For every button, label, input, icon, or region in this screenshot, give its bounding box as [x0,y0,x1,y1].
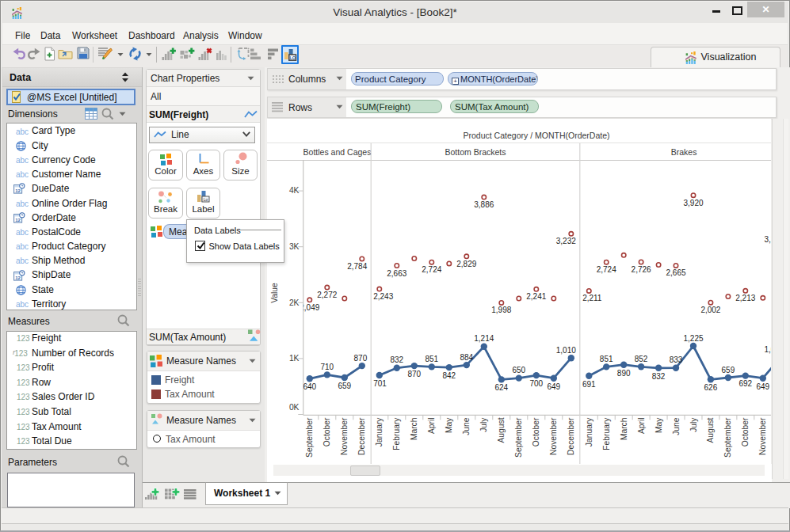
svg-text:August: August [497,417,506,443]
svg-text:October: October [532,417,540,446]
svg-text:659: 659 [722,366,735,374]
svg-text:Bottom Brackets: Bottom Brackets [445,147,506,157]
svg-text:2K: 2K [289,298,300,307]
svg-text:Bottles and Cages: Bottles and Cages [303,147,372,157]
svg-text:Value: Value [270,283,279,303]
svg-text:2,665: 2,665 [666,268,685,277]
svg-text:2,724: 2,724 [422,265,441,274]
svg-text:May: May [655,417,663,433]
svg-text:September: September [305,417,314,458]
svg-text:710: 710 [320,363,334,371]
svg-text:884: 884 [460,353,473,362]
svg-text:LO: LO [289,55,296,60]
svg-text:4K: 4K [289,186,300,195]
svg-text:August: August [706,417,715,443]
svg-text:1,214: 1,214 [474,334,494,343]
svg-text:September: September [514,417,523,458]
svg-text:2,726: 2,726 [632,265,651,274]
svg-text:649: 649 [547,382,560,391]
svg-text:1,020: 1,020 [764,345,771,354]
svg-text:870: 870 [407,370,421,378]
svg-text:1,998: 1,998 [491,306,511,314]
svg-text:12: 12 [15,275,21,279]
svg-text:March: March [410,417,418,440]
svg-text:Brakes: Brakes [671,147,697,157]
svg-text:2,724: 2,724 [597,265,616,274]
svg-text:1,225: 1,225 [683,334,703,343]
svg-text:October: October [741,417,750,446]
svg-text:649: 649 [756,382,769,391]
svg-text:833: 833 [670,355,683,364]
svg-text:January: January [375,417,384,446]
svg-text:February: February [392,417,401,450]
svg-text:2,211: 2,211 [582,294,602,302]
svg-text:650: 650 [512,366,525,374]
svg-text:June: June [672,417,681,435]
svg-text:852: 852 [635,355,648,363]
svg-text:659: 659 [338,382,351,390]
svg-text:2,272: 2,272 [317,291,337,299]
svg-text:3,232: 3,232 [556,237,576,245]
svg-text:832: 832 [390,355,403,364]
svg-text:2,213: 2,213 [735,294,755,302]
svg-text:842: 842 [442,371,456,380]
svg-text:December: December [567,417,575,455]
svg-text:12: 12 [15,217,21,222]
svg-text:701: 701 [373,379,387,388]
svg-text:2,002: 2,002 [700,306,720,314]
svg-text:2,829: 2,829 [456,260,476,268]
svg-text:November: November [549,417,558,455]
svg-text:July: July [479,417,488,432]
svg-text:692: 692 [738,379,752,388]
svg-text:851: 851 [425,355,438,363]
svg-text:November: November [340,417,349,455]
svg-text:870: 870 [354,354,368,363]
svg-text:2,663: 2,663 [387,269,406,278]
svg-text:3K: 3K [289,242,300,251]
svg-text:2,243: 2,243 [373,292,393,301]
svg-text:700: 700 [529,379,543,388]
svg-text:890: 890 [617,369,631,378]
svg-text:624: 624 [494,383,508,392]
svg-text:0K: 0K [289,403,300,412]
svg-text:851: 851 [600,355,613,363]
svg-text:12: 12 [15,188,21,193]
svg-text:September: September [723,417,732,458]
svg-text:July: July [689,417,698,432]
svg-text:1K: 1K [289,354,300,363]
svg-text:Product Category / MONTH(Order: Product Category / MONTH(OrderDate) [464,131,610,140]
svg-text:April: April [427,418,436,435]
svg-text:691: 691 [582,380,596,389]
svg-text:December: December [357,417,366,455]
svg-text:2,784: 2,784 [347,262,367,271]
svg-text:1,010: 1,010 [556,346,576,355]
svg-text:January: January [585,417,593,446]
svg-text:April: April [637,418,646,435]
svg-text:May: May [445,417,453,433]
svg-text:3,259: 3,259 [764,235,771,244]
svg-text:October: October [322,417,331,446]
svg-text:3,920: 3,920 [683,199,703,207]
svg-text:November: November [758,417,767,455]
svg-text:March: March [620,417,628,440]
svg-text:640: 640 [303,382,316,391]
svg-text:June: June [462,417,471,435]
svg-text:2,241: 2,241 [526,292,546,301]
svg-text:Lo: Lo [204,197,208,202]
svg-text:832: 832 [652,372,666,381]
svg-text:3,886: 3,886 [474,200,494,209]
svg-text:626: 626 [704,383,718,392]
svg-text:February: February [602,417,611,450]
